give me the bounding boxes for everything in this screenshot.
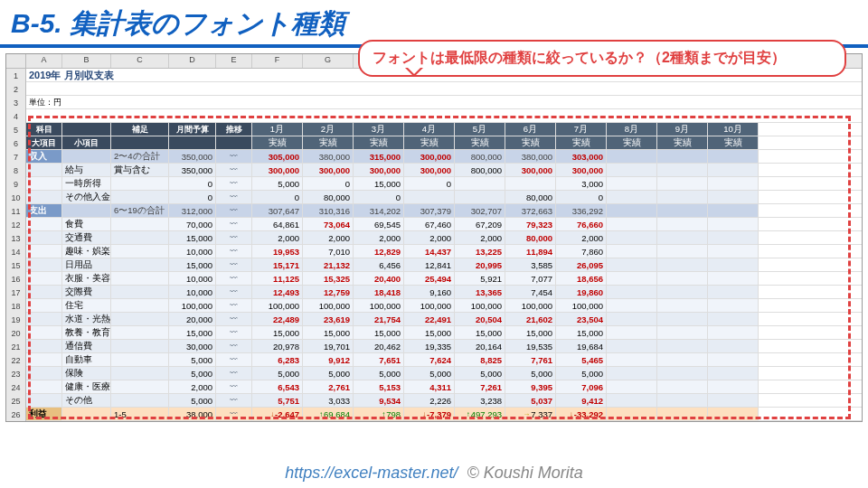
- row-header-22[interactable]: 22: [6, 353, 26, 367]
- val-cell[interactable]: 8,825: [455, 353, 505, 366]
- note-cell[interactable]: [111, 326, 169, 339]
- val-cell[interactable]: 80,000: [505, 231, 556, 244]
- val-cell[interactable]: 5,000: [303, 367, 354, 380]
- main-cell[interactable]: [26, 380, 62, 393]
- val-cell[interactable]: [708, 299, 759, 312]
- hdr-actual[interactable]: 実績: [607, 136, 657, 149]
- val-cell[interactable]: 21,754: [354, 313, 404, 325]
- budget-cell[interactable]: 15,000: [169, 326, 216, 339]
- val-cell[interactable]: [607, 164, 657, 176]
- hdr-month-7月[interactable]: 7月: [556, 123, 607, 136]
- row-header-16[interactable]: 16: [6, 272, 26, 286]
- profit-budget[interactable]: 38,000: [169, 408, 216, 420]
- sub-cell[interactable]: [62, 204, 111, 217]
- blank[interactable]: [26, 109, 840, 122]
- val-cell[interactable]: 800,000: [455, 150, 505, 163]
- row-header-13[interactable]: 13: [6, 231, 26, 245]
- val-cell[interactable]: 310,316: [303, 204, 354, 217]
- val-cell[interactable]: [708, 204, 759, 217]
- row-header-21[interactable]: 21: [6, 340, 26, 353]
- budget-cell[interactable]: 70,000: [169, 218, 216, 230]
- val-cell[interactable]: 7,261: [455, 380, 505, 393]
- main-cell[interactable]: [26, 272, 62, 285]
- val-cell[interactable]: 300,000: [252, 164, 303, 176]
- val-cell[interactable]: [607, 191, 657, 203]
- spark-cell[interactable]: 〰: [216, 164, 252, 176]
- budget-cell[interactable]: 10,000: [169, 272, 216, 285]
- val-cell[interactable]: 64,861: [252, 218, 303, 230]
- row-header-6[interactable]: 6: [6, 136, 26, 150]
- val-cell[interactable]: [657, 299, 708, 312]
- note-cell[interactable]: [111, 299, 169, 312]
- val-cell[interactable]: 7,761: [505, 353, 556, 366]
- hdr-note[interactable]: 補足: [111, 123, 169, 136]
- main-cell[interactable]: [26, 218, 62, 230]
- hdr-actual[interactable]: 実績: [252, 136, 303, 149]
- spark-cell[interactable]: 〰: [216, 231, 252, 244]
- val-cell[interactable]: 80,000: [303, 191, 354, 203]
- val-cell[interactable]: [404, 191, 455, 203]
- val-cell[interactable]: [708, 164, 759, 176]
- val-cell[interactable]: [708, 191, 759, 203]
- val-cell[interactable]: 20,462: [354, 340, 404, 352]
- val-cell[interactable]: [657, 340, 708, 352]
- note-cell[interactable]: [111, 286, 169, 298]
- val-cell[interactable]: [708, 231, 759, 244]
- sub-cell[interactable]: 通信費: [62, 340, 111, 352]
- val-cell[interactable]: 20,164: [455, 340, 505, 352]
- val-cell[interactable]: 67,209: [455, 218, 505, 230]
- val-cell[interactable]: 19,535: [505, 340, 556, 352]
- budget-cell[interactable]: 0: [169, 177, 216, 190]
- profit-val[interactable]: ↑497,293: [455, 408, 505, 420]
- val-cell[interactable]: 100,000: [404, 299, 455, 312]
- [interactable]: [62, 123, 111, 136]
- val-cell[interactable]: 19,701: [303, 340, 354, 352]
- val-cell[interactable]: 2,000: [354, 231, 404, 244]
- val-cell[interactable]: 3,585: [505, 258, 556, 271]
- val-cell[interactable]: 300,000: [404, 164, 455, 176]
- val-cell[interactable]: [607, 245, 657, 258]
- main-cell[interactable]: 収入: [26, 150, 62, 163]
- spark-cell[interactable]: 〰: [216, 299, 252, 312]
- val-cell[interactable]: [657, 367, 708, 380]
- main-cell[interactable]: [26, 367, 62, 380]
- val-cell[interactable]: 5,751: [252, 394, 303, 407]
- main-cell[interactable]: 支出: [26, 204, 62, 217]
- main-cell[interactable]: [26, 191, 62, 203]
- spark-cell[interactable]: 〰: [216, 177, 252, 190]
- val-cell[interactable]: [657, 177, 708, 190]
- budget-cell[interactable]: 350,000: [169, 164, 216, 176]
- val-cell[interactable]: 0: [556, 191, 607, 203]
- val-cell[interactable]: 21,132: [303, 258, 354, 271]
- val-cell[interactable]: [708, 286, 759, 298]
- sheet-title[interactable]: 2019年 月別収支表: [26, 69, 388, 81]
- profit-val[interactable]: ↓-33,292: [556, 408, 607, 420]
- val-cell[interactable]: [708, 245, 759, 258]
- val-cell[interactable]: 307,647: [252, 204, 303, 217]
- val-cell[interactable]: [657, 231, 708, 244]
- spark-cell[interactable]: 〰: [216, 272, 252, 285]
- row-header-23[interactable]: 23: [6, 367, 26, 380]
- main-cell[interactable]: [26, 313, 62, 325]
- spark-cell[interactable]: 〰: [216, 313, 252, 325]
- val-cell[interactable]: 7,860: [556, 245, 607, 258]
- val-cell[interactable]: [708, 394, 759, 407]
- sub-cell[interactable]: 住宅: [62, 299, 111, 312]
- hdr-trend[interactable]: 推移: [216, 123, 252, 136]
- val-cell[interactable]: 21,602: [505, 313, 556, 325]
- val-cell[interactable]: 3,238: [455, 394, 505, 407]
- val-cell[interactable]: 5,000: [505, 367, 556, 380]
- budget-cell[interactable]: 15,000: [169, 231, 216, 244]
- val-cell[interactable]: 15,171: [252, 258, 303, 271]
- val-cell[interactable]: 6,456: [354, 258, 404, 271]
- spark-cell[interactable]: 〰: [216, 204, 252, 217]
- row-header-2[interactable]: 2: [6, 82, 26, 96]
- val-cell[interactable]: 100,000: [252, 299, 303, 312]
- val-cell[interactable]: 80,000: [505, 191, 556, 203]
- hdr-month-8月[interactable]: 8月: [607, 123, 657, 136]
- budget-cell[interactable]: 5,000: [169, 353, 216, 366]
- row-header-19[interactable]: 19: [6, 313, 26, 326]
- note-cell[interactable]: [111, 177, 169, 190]
- budget-cell[interactable]: 312,000: [169, 204, 216, 217]
- hdr-month-1月[interactable]: 1月: [252, 123, 303, 136]
